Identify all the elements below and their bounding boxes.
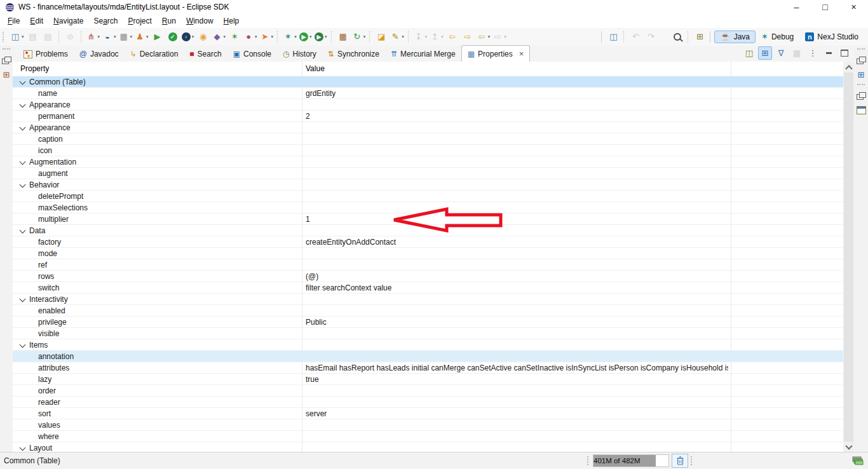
chevron-down-icon[interactable] xyxy=(20,182,26,188)
close-window-button[interactable]: × xyxy=(839,0,868,14)
property-row-lazy[interactable]: lazytrue xyxy=(13,374,843,385)
category-row-interactivity[interactable]: Interactivity xyxy=(13,294,843,305)
minimize-view-button[interactable] xyxy=(822,46,836,60)
new-wizard-dropdown-icon[interactable]: ▾ xyxy=(22,34,24,39)
property-row-multiplier[interactable]: multiplier1 xyxy=(13,214,843,225)
debug-dropdown-icon[interactable]: ▾ xyxy=(294,34,297,39)
property-row-sort[interactable]: sortserver xyxy=(13,408,843,419)
category-row-common-table[interactable]: Common (Table) xyxy=(13,76,843,88)
category-row-appearance[interactable]: Appearance xyxy=(13,99,843,111)
menu-window[interactable]: Window xyxy=(181,15,219,27)
back-history-button[interactable]: ⇦▾ xyxy=(475,30,492,44)
perspective-debug[interactable]: ✶Debug xyxy=(756,31,799,43)
property-row-annotation[interactable]: annotation xyxy=(13,351,843,362)
property-row-factory[interactable]: factorycreateEntityOnAddContact xyxy=(13,236,843,248)
tab-mercurial-merge[interactable]: ⇈Mercurial Merge xyxy=(385,46,461,62)
security-button[interactable]: ◉ xyxy=(196,30,211,44)
perspective-java[interactable]: ☕Java xyxy=(714,31,756,43)
open-perspective-button[interactable]: ⊞ xyxy=(692,30,707,44)
scheme-button[interactable]: ◆▾ xyxy=(211,30,227,44)
drag-handle[interactable] xyxy=(857,48,865,52)
category-row-data[interactable]: Data xyxy=(13,225,843,236)
property-row-order[interactable]: order xyxy=(13,385,843,397)
menu-project[interactable]: Project xyxy=(123,15,156,27)
user-button[interactable]: ♟▾ xyxy=(133,30,150,44)
update-dropdown-icon[interactable]: ▾ xyxy=(363,34,366,39)
drag-handle[interactable] xyxy=(691,456,694,465)
column-header-property[interactable]: Property xyxy=(20,64,49,73)
user-dropdown-icon[interactable]: ▾ xyxy=(146,34,149,39)
debug-button[interactable]: ✶▾ xyxy=(281,30,298,44)
new-wizard-button[interactable]: ◫▾ xyxy=(9,30,25,44)
property-row-deleteprompt[interactable]: deletePrompt xyxy=(13,191,843,202)
property-row-privilege[interactable]: privilegePublic xyxy=(13,316,843,328)
sphere-button[interactable]: ●▾ xyxy=(242,30,259,44)
maximize-window-button[interactable]: □ xyxy=(811,0,839,14)
filter-button[interactable]: ∇ xyxy=(774,46,788,60)
sphere-dropdown-icon[interactable]: ▾ xyxy=(255,34,257,39)
marker-button[interactable]: ✎▾ xyxy=(389,30,405,44)
validate-button[interactable]: ✓ xyxy=(165,30,180,44)
beetle-button[interactable]: ✶ xyxy=(227,30,242,44)
category-row-behavior[interactable]: Behavior xyxy=(13,179,843,191)
property-row-attributes[interactable]: attributeshasEmail hasReport hasLeads in… xyxy=(13,362,843,374)
tab-search[interactable]: ■Search xyxy=(184,46,227,62)
drag-handle[interactable] xyxy=(857,84,865,88)
chevron-down-icon[interactable] xyxy=(20,296,26,302)
property-row-name[interactable]: namegrdEntity xyxy=(13,88,843,99)
property-row-mode[interactable]: mode xyxy=(13,248,843,259)
run-button[interactable]: ▶ xyxy=(150,30,165,44)
tab-properties[interactable]: ▦Properties× xyxy=(461,45,531,62)
minimize-window-button[interactable]: – xyxy=(782,0,811,14)
category-row-items[interactable]: Items xyxy=(13,339,843,351)
flame-run-button[interactable]: ➤▾ xyxy=(259,30,275,44)
flame-run-dropdown-icon[interactable]: ▾ xyxy=(271,34,274,39)
run-last-button[interactable]: ▶▾ xyxy=(298,30,313,44)
server-dropdown-icon[interactable]: ▾ xyxy=(130,34,133,39)
property-row-ref[interactable]: ref xyxy=(13,259,843,271)
next-edit-location-button[interactable]: ⇨ xyxy=(460,30,475,44)
tree-mode-button[interactable]: ⊞ xyxy=(758,46,772,60)
editor-area-button[interactable] xyxy=(855,103,867,117)
chevron-down-icon[interactable] xyxy=(20,159,26,165)
back-history-dropdown-icon[interactable]: ▾ xyxy=(488,34,491,39)
last-edit-location-button[interactable]: ⇦ xyxy=(445,30,460,44)
chevron-down-icon[interactable] xyxy=(20,125,26,131)
perspective-nexj-studio[interactable]: nNexJ Studio xyxy=(799,31,864,43)
category-row-augmentation[interactable]: Augmentation xyxy=(13,156,843,168)
next-annotation-dropdown-icon[interactable]: ▾ xyxy=(425,34,428,39)
scheme-dropdown-icon[interactable]: ▾ xyxy=(224,34,226,39)
property-row-where[interactable]: where xyxy=(13,431,843,442)
previous-annotation-dropdown-icon[interactable]: ▾ xyxy=(441,34,444,39)
restore-editor-button[interactable] xyxy=(855,89,867,103)
terminal-dropdown-icon[interactable]: ▾ xyxy=(192,34,194,39)
database-button[interactable]: ◒▾ xyxy=(101,30,118,44)
column-header-value[interactable]: Value xyxy=(306,64,325,73)
scroll-up-arrow[interactable] xyxy=(843,62,854,72)
tab-history[interactable]: ◷History xyxy=(277,46,322,62)
property-row-values[interactable]: values xyxy=(13,419,843,431)
new-package-button[interactable]: ▦ xyxy=(336,30,351,44)
properties-fastview-button[interactable]: ⊞ xyxy=(0,67,13,81)
drag-handle[interactable] xyxy=(3,48,10,52)
tab-declaration[interactable]: ↳Declaration xyxy=(125,46,184,62)
search-button[interactable] xyxy=(670,30,685,44)
close-tab-icon[interactable]: × xyxy=(519,50,524,58)
garbage-collect-button[interactable] xyxy=(672,454,688,468)
property-row-augment[interactable]: augment xyxy=(13,168,843,179)
server-button[interactable]: ▦▾ xyxy=(118,30,134,44)
property-row-switch[interactable]: switchfilter searchContext value xyxy=(13,282,843,294)
vertical-scrollbar[interactable] xyxy=(843,62,854,452)
scrollbar-thumb[interactable] xyxy=(844,72,853,442)
terminal-button[interactable]: ›▾ xyxy=(180,30,196,44)
import-folder-button[interactable]: ◪ xyxy=(374,30,389,44)
toolbar-drag-handle[interactable] xyxy=(3,32,6,42)
outline-fastview-button[interactable]: ⊞ xyxy=(855,67,867,81)
chevron-down-icon[interactable] xyxy=(20,228,26,234)
tab-javadoc[interactable]: @Javadoc xyxy=(74,46,125,62)
update-button[interactable]: ↻▾ xyxy=(351,30,367,44)
restore-views-button[interactable] xyxy=(855,53,867,67)
category-row-appearance[interactable]: Appearance xyxy=(13,122,843,133)
database-dropdown-icon[interactable]: ▾ xyxy=(114,34,116,39)
menu-file[interactable]: File xyxy=(3,15,25,27)
